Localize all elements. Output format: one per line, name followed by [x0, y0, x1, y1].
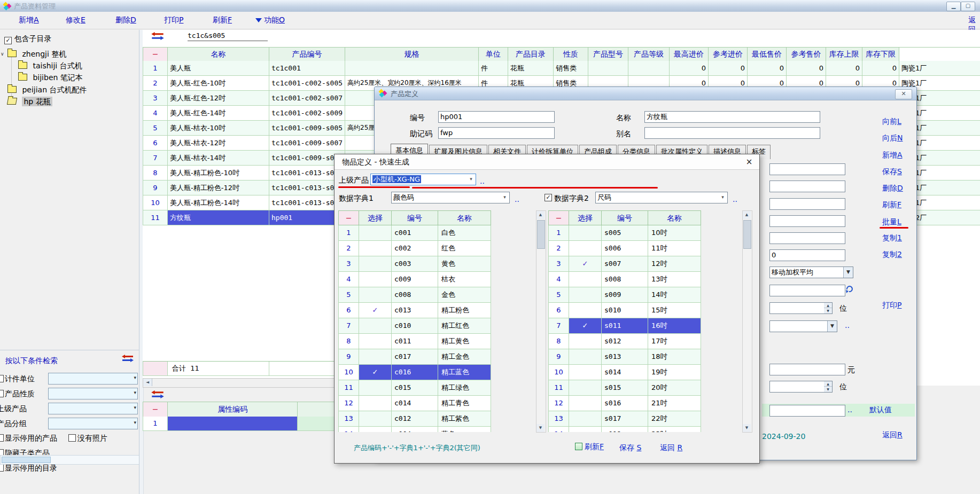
column-header[interactable]: 产品型号 — [588, 48, 628, 61]
more-link[interactable]: .. — [845, 321, 850, 330]
select-checkbox-cell[interactable] — [359, 241, 392, 256]
grid-column-header[interactable]: 名称 — [648, 211, 701, 225]
column-header[interactable]: 规格 — [345, 48, 479, 61]
select-checkbox-cell[interactable] — [569, 427, 602, 432]
column-header[interactable]: 产品目录 — [508, 48, 554, 61]
column-header[interactable]: − — [143, 402, 168, 417]
tree-item-peijian[interactable]: peijian 台式机配件 — [7, 85, 87, 96]
attr-code-cell-selected[interactable] — [168, 417, 298, 431]
scroll-down-button[interactable]: ▼ — [743, 424, 751, 432]
tree-item-hp[interactable]: hp 花瓶 — [7, 97, 52, 108]
include-subdirs-checkbox[interactable]: ✓ — [4, 37, 12, 44]
expander-icon[interactable]: ∨ — [1, 51, 4, 57]
alias-input[interactable] — [644, 127, 820, 139]
popup-save-button[interactable]: 保存 S — [619, 443, 641, 453]
grid-column-header[interactable]: − — [549, 211, 569, 225]
dialog-input[interactable] — [769, 302, 827, 314]
return-link[interactable]: 返回R — [882, 430, 903, 440]
popup-return-button[interactable]: 返回 R — [660, 443, 682, 453]
select-checkbox-cell[interactable] — [569, 334, 602, 349]
include-subdirs-row[interactable]: ✓ 包含子目录 — [4, 34, 51, 44]
dialog-input[interactable] — [769, 285, 845, 296]
print-link[interactable]: 打印P — [882, 301, 901, 310]
size-grid-scrollbar[interactable]: ▲ ▼ — [742, 210, 752, 433]
select-checkbox-cell[interactable] — [359, 225, 392, 241]
column-header[interactable]: 库存上限 — [826, 48, 862, 61]
copy2-button[interactable]: 复制2 — [882, 250, 902, 260]
grid-column-header[interactable]: 名称 — [438, 211, 491, 225]
dict1-more-link[interactable]: .. — [515, 195, 519, 203]
zero-input[interactable]: 0 — [769, 249, 845, 261]
dialog-close-button[interactable]: ✕ — [895, 89, 912, 99]
select-checkbox-cell[interactable] — [569, 380, 602, 396]
column-header[interactable]: 产品等级 — [628, 48, 670, 61]
delete-button[interactable]: 删除D — [882, 184, 903, 193]
avg-method-select[interactable]: 移动加权平均▼ — [769, 266, 853, 278]
toolbar-item-edit[interactable]: 修改E — [66, 15, 85, 25]
maximize-button[interactable]: ▢ — [961, 2, 975, 11]
chevron-down-icon[interactable]: ▾ — [718, 192, 727, 203]
dialog-input[interactable] — [769, 215, 845, 227]
grid-column-header[interactable]: − — [339, 211, 359, 225]
column-header[interactable]: 单位 — [479, 48, 508, 61]
popup-close-button[interactable]: × — [744, 157, 754, 167]
group-filter-select[interactable]: ▾ — [48, 418, 138, 429]
grid-column-header[interactable]: 选择 — [359, 211, 392, 225]
more-link[interactable]: .. — [847, 405, 852, 414]
select-checkbox-cell[interactable] — [569, 365, 602, 380]
product-search-input[interactable] — [188, 30, 268, 41]
attr-swap-icon[interactable] — [151, 390, 164, 398]
column-header[interactable]: 性质 — [554, 48, 588, 61]
minimize-button[interactable]: ▁ — [946, 2, 961, 11]
select-checkbox-cell[interactable] — [569, 303, 602, 318]
code-input[interactable]: hp001 — [438, 111, 555, 123]
parent-more-link[interactable]: .. — [480, 177, 485, 185]
field-checkbox[interactable] — [0, 390, 4, 397]
chevron-down-icon[interactable]: ▾ — [466, 174, 476, 185]
tree-item-zhengji[interactable]: ∨ zhengji 整机 — [7, 50, 66, 60]
column-header[interactable]: 名称 — [168, 48, 269, 61]
filter-swap-icon[interactable] — [122, 355, 134, 362]
tree-item-bijiben[interactable]: bijiben 笔记本 — [18, 73, 83, 84]
default-value-link[interactable]: 默认值 — [869, 405, 892, 415]
select-checkbox-cell[interactable] — [359, 349, 392, 365]
spinner-control[interactable]: ▲▼ — [824, 381, 833, 393]
select-checkbox-cell[interactable] — [359, 380, 392, 396]
add-button[interactable]: 新增A — [882, 151, 903, 160]
dict2-checkbox[interactable]: ✓ — [545, 194, 552, 201]
unit-filter-select[interactable]: ▾ — [48, 373, 138, 385]
select-checkbox-cell[interactable]: ✓ — [359, 365, 392, 380]
dialog-input[interactable] — [769, 232, 845, 244]
chevron-down-icon[interactable]: ▼ — [827, 321, 837, 332]
select-checkbox-cell[interactable] — [359, 272, 392, 287]
grid-column-header[interactable]: 编号 — [602, 211, 648, 225]
select-checkbox-cell[interactable] — [359, 427, 392, 432]
select-checkbox-cell[interactable] — [569, 411, 602, 427]
select-checkbox-cell[interactable]: ✓ — [569, 256, 602, 272]
color-grid-scrollbar[interactable]: ▲ ▼ — [536, 210, 546, 433]
dialog-input[interactable] — [769, 364, 845, 375]
dialog-input[interactable] — [769, 163, 845, 175]
column-header[interactable]: 最高进价 — [670, 48, 709, 61]
column-header[interactable]: 属性编码 — [168, 402, 298, 417]
select-checkbox-cell[interactable] — [359, 396, 392, 411]
chevron-down-icon[interactable]: ▼ — [843, 267, 853, 278]
scroll-down-button[interactable]: ▼ — [536, 424, 545, 432]
grid-column-header[interactable]: 选择 — [569, 211, 602, 225]
select-checkbox-cell[interactable] — [359, 287, 392, 303]
dict1-select[interactable]: 颜色码 ▾ — [391, 192, 510, 203]
scroll-up-button[interactable]: ▲ — [536, 211, 545, 219]
column-header[interactable]: − — [143, 48, 168, 61]
select-checkbox-cell[interactable] — [359, 318, 392, 334]
select-checkbox-cell[interactable] — [359, 411, 392, 427]
rotate-icon[interactable] — [845, 285, 853, 295]
scroll-thumb[interactable] — [2, 457, 51, 463]
select-checkbox-cell[interactable] — [569, 241, 602, 256]
select-checkbox-cell[interactable] — [569, 287, 602, 303]
parent-filter-select[interactable]: ▾ — [48, 403, 138, 414]
show-disabled-products-checkbox[interactable] — [0, 434, 4, 442]
scroll-thumb[interactable] — [537, 220, 545, 249]
toolbar-item-functions[interactable]: 功能O — [255, 15, 285, 25]
select-checkbox-cell[interactable] — [569, 396, 602, 411]
dialog-input[interactable] — [769, 405, 845, 417]
